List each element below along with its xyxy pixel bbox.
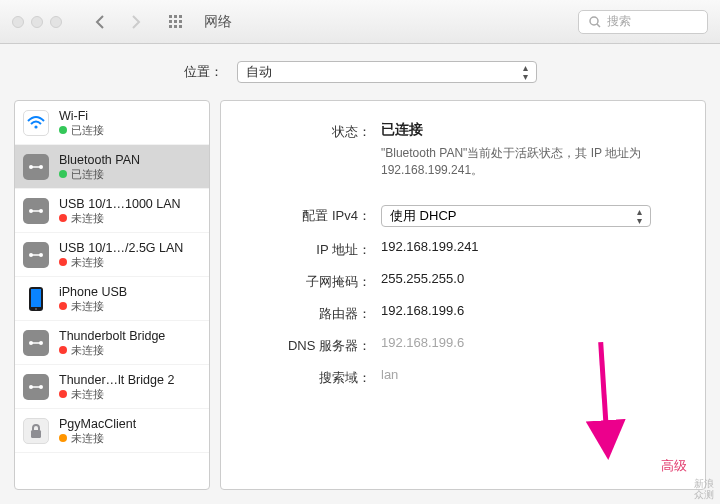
detail-label: 路由器： [231,303,381,323]
location-label: 位置： [184,63,223,81]
detail-row: IP 地址：192.168.199.241 [231,239,685,259]
status-dot [59,126,67,134]
svg-rect-7 [174,25,177,28]
detail-label: 搜索域： [231,367,381,387]
config-ipv4-popup[interactable]: 使用 DHCP▴▾ [381,205,651,227]
item-status: 已连接 [59,168,140,181]
eth-icon [23,330,49,356]
svg-rect-5 [179,20,182,23]
show-all-button[interactable] [162,10,190,34]
detail-panel: 状态： 已连接 "Bluetooth PAN"当前处于活跃状态，其 IP 地址为… [220,100,706,490]
lock-icon [23,418,49,444]
detail-value: 192.168.199.6 [381,303,685,318]
svg-rect-6 [169,25,172,28]
detail-label: 配置 IPv4： [231,205,381,225]
status-row: 状态： 已连接 "Bluetooth PAN"当前处于活跃状态，其 IP 地址为… [231,121,685,179]
status-dot [59,434,67,442]
status-dot [59,214,67,222]
item-name: Bluetooth PAN [59,153,140,168]
traffic-lights [12,16,62,28]
status-sub: "Bluetooth PAN"当前处于活跃状态，其 IP 地址为 192.168… [381,145,685,179]
sidebar-item[interactable]: Wi-Fi已连接 [15,101,209,145]
search-placeholder: 搜索 [607,13,631,30]
zoom-dot[interactable] [50,16,62,28]
svg-rect-8 [179,25,182,28]
detail-label: DNS 服务器： [231,335,381,355]
eth-icon [23,242,49,268]
status-dot [59,258,67,266]
item-name: Wi-Fi [59,109,104,124]
detail-label: 子网掩码： [231,271,381,291]
status-dot [59,302,67,310]
svg-rect-3 [169,20,172,23]
item-name: iPhone USB [59,285,127,300]
location-row: 位置： 自动 ▴▾ [0,44,720,100]
item-status: 未连接 [59,432,136,445]
status-dot [59,390,67,398]
detail-value: 192.168.199.6 [381,335,685,350]
detail-row: 配置 IPv4：使用 DHCP▴▾ [231,205,685,227]
status-dot [59,170,67,178]
detail-row: 子网掩码：255.255.255.0 [231,271,685,291]
chevron-updown-icon: ▴▾ [637,207,642,225]
sidebar-item[interactable]: Thunder…lt Bridge 2未连接 [15,365,209,409]
window-title: 网络 [204,13,232,31]
svg-rect-22 [31,289,41,307]
search-icon [589,16,601,28]
item-name: PgyMacClient [59,417,136,432]
item-status: 未连接 [59,344,165,357]
sidebar-item[interactable]: PgyMacClient未连接 [15,409,209,453]
svg-point-11 [34,125,37,128]
item-name: USB 10/1…1000 LAN [59,197,181,212]
close-dot[interactable] [12,16,24,28]
detail-value: 192.168.199.241 [381,239,685,254]
svg-rect-30 [31,430,41,438]
svg-rect-1 [174,15,177,18]
item-status: 未连接 [59,300,127,313]
sidebar-item[interactable]: iPhone USB未连接 [15,277,209,321]
chevron-updown-icon: ▴▾ [523,63,528,81]
status-label: 状态： [231,121,381,141]
sidebar-item[interactable]: Thunderbolt Bridge未连接 [15,321,209,365]
detail-value: 255.255.255.0 [381,271,685,286]
item-name: Thunderbolt Bridge [59,329,165,344]
item-name: USB 10/1…/2.5G LAN [59,241,183,256]
item-status: 未连接 [59,256,183,269]
sidebar-item[interactable]: USB 10/1…/2.5G LAN未连接 [15,233,209,277]
body: Wi-Fi已连接Bluetooth PAN已连接USB 10/1…1000 LA… [0,100,720,504]
detail-label: IP 地址： [231,239,381,259]
forward-button[interactable] [122,10,150,34]
eth-icon [23,198,49,224]
phone-icon [23,286,49,312]
location-value: 自动 [246,63,272,81]
svg-point-9 [590,17,598,25]
svg-rect-4 [174,20,177,23]
svg-line-10 [597,24,600,27]
sidebar-item[interactable]: Bluetooth PAN已连接 [15,145,209,189]
detail-row: 路由器：192.168.199.6 [231,303,685,323]
status-value: 已连接 [381,121,685,139]
svg-rect-0 [169,15,172,18]
wifi-icon [23,110,49,136]
location-popup[interactable]: 自动 ▴▾ [237,61,537,83]
min-dot[interactable] [31,16,43,28]
svg-rect-2 [179,15,182,18]
search-field[interactable]: 搜索 [578,10,708,34]
back-button[interactable] [86,10,114,34]
network-sidebar: Wi-Fi已连接Bluetooth PAN已连接USB 10/1…1000 LA… [14,100,210,490]
svg-point-23 [35,308,37,310]
item-status: 未连接 [59,212,181,225]
item-status: 已连接 [59,124,104,137]
item-name: Thunder…lt Bridge 2 [59,373,174,388]
advanced-button[interactable]: 高级 [661,457,687,475]
prefs-window: 网络 搜索 位置： 自动 ▴▾ Wi-Fi已连接Bluetooth PAN已连接… [0,0,720,504]
item-status: 未连接 [59,388,174,401]
sidebar-item[interactable]: USB 10/1…1000 LAN未连接 [15,189,209,233]
eth-icon [23,374,49,400]
titlebar: 网络 搜索 [0,0,720,44]
eth-icon [23,154,49,180]
status-dot [59,346,67,354]
